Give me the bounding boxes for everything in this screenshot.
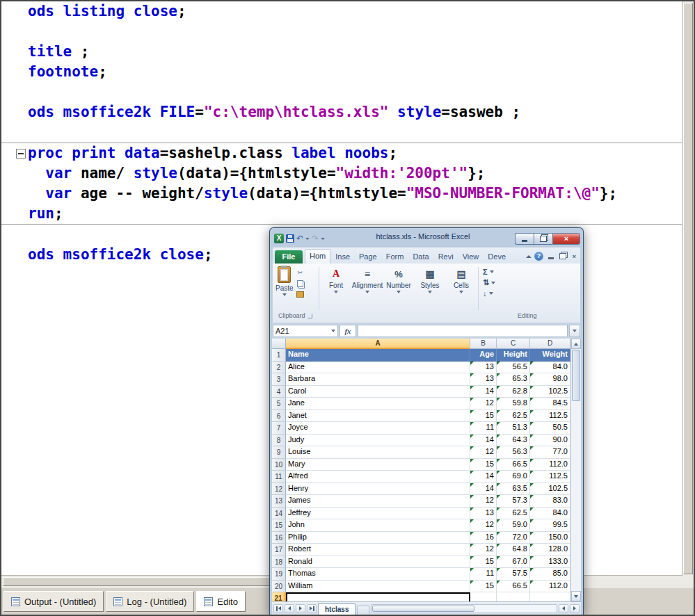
cell[interactable]: 11 (470, 422, 497, 435)
name-box[interactable]: A21 (273, 325, 338, 337)
cell[interactable]: Mary (286, 459, 470, 471)
cell[interactable]: 99.5 (530, 519, 570, 532)
cell[interactable]: 12 (470, 495, 497, 508)
cell[interactable]: 102.5 (530, 483, 570, 496)
row-number[interactable]: 1 (272, 349, 286, 362)
sort-filter-button[interactable]: ⇅ (483, 278, 495, 287)
cell[interactable]: Philip (286, 532, 470, 544)
cell[interactable]: Louise (286, 446, 470, 459)
cell[interactable]: 15 (470, 459, 497, 471)
cell[interactable]: 84.5 (530, 398, 570, 410)
scrollbar-thumb[interactable] (683, 3, 693, 574)
cell[interactable]: Janet (286, 410, 470, 423)
cell[interactable]: 13 (470, 373, 497, 386)
ribbon-tab-inse[interactable]: Inse (331, 250, 354, 264)
workbook-restore-icon[interactable] (558, 252, 567, 261)
cell[interactable] (286, 592, 470, 601)
cell[interactable]: Barbara (286, 373, 470, 386)
cell[interactable]: 150.0 (530, 532, 570, 544)
workbook-close-icon[interactable]: × (570, 252, 579, 261)
cell[interactable]: James (286, 495, 470, 508)
expand-formula-bar-icon[interactable] (569, 325, 580, 337)
cell[interactable]: 69.0 (497, 471, 530, 483)
first-sheet-button[interactable] (273, 604, 283, 613)
sheet-horizontal-scrollbar[interactable] (371, 604, 557, 613)
format-painter-button[interactable] (295, 290, 306, 299)
cell[interactable]: 112.5 (530, 410, 570, 423)
dialog-launcher-icon[interactable] (307, 314, 312, 318)
cell[interactable]: 62.5 (497, 508, 530, 520)
restore-button[interactable] (534, 233, 552, 245)
undo-dropdown-icon[interactable] (305, 238, 310, 240)
cell[interactable]: 12 (470, 446, 497, 459)
cell[interactable]: 57.5 (497, 568, 530, 581)
save-icon[interactable] (286, 234, 294, 243)
cell[interactable]: 66.5 (497, 581, 530, 593)
copy-button[interactable] (295, 279, 306, 288)
cell[interactable]: 59.8 (497, 398, 530, 410)
ribbon-tab-data[interactable]: Data (408, 250, 433, 264)
scroll-left-button[interactable] (559, 604, 568, 613)
row-number[interactable]: 5 (272, 398, 286, 410)
scroll-down-button[interactable] (571, 591, 581, 601)
bottom-window-tab-1[interactable]: Log - (Untitled) (106, 591, 194, 612)
cell[interactable]: Height (497, 349, 530, 362)
column-header-c[interactable]: C (497, 339, 530, 349)
undo-icon[interactable]: ↶ (296, 234, 303, 243)
formula-input[interactable] (358, 325, 568, 337)
cell[interactable]: Name (286, 349, 470, 362)
bottom-window-tab-0[interactable]: Output - (Untitled) (3, 591, 104, 612)
cell[interactable]: 15 (470, 556, 497, 569)
cell[interactable]: 14 (470, 386, 497, 398)
row-number[interactable]: 2 (272, 362, 286, 374)
find-select-button[interactable]: ↓ (483, 289, 495, 298)
cell[interactable] (530, 592, 570, 601)
ribbon-tab-page[interactable]: Page (355, 250, 381, 264)
cell[interactable]: 77.0 (530, 446, 570, 459)
cell[interactable]: Judy (286, 435, 470, 447)
row-number[interactable]: 18 (272, 556, 286, 569)
cell[interactable]: Carol (286, 386, 470, 398)
autosum-button[interactable]: Σ (483, 268, 495, 276)
cell[interactable]: Weight (530, 349, 570, 362)
row-number[interactable]: 16 (272, 532, 286, 544)
scrollbar-thumb[interactable] (572, 350, 580, 401)
sheet-vertical-scrollbar[interactable] (570, 339, 581, 601)
cell[interactable]: 64.3 (497, 435, 530, 447)
ribbon-tab-deve[interactable]: Deve (484, 250, 510, 264)
bottom-window-tab-2[interactable]: Edito (196, 591, 246, 612)
row-number[interactable]: 20 (272, 581, 286, 593)
cell[interactable]: Robert (286, 544, 470, 556)
cell[interactable]: 11 (470, 568, 497, 581)
cell[interactable]: 15 (470, 410, 497, 423)
cell[interactable]: Alice (286, 362, 470, 374)
cell[interactable]: 16 (470, 532, 497, 544)
row-number[interactable]: 6 (272, 410, 286, 423)
sheet-tab-htclass[interactable]: htclass (318, 603, 356, 615)
row-number[interactable]: 19 (272, 568, 286, 581)
workbook-minimize-icon[interactable] (546, 252, 555, 261)
minimize-button[interactable] (515, 233, 534, 245)
row-number[interactable]: 8 (272, 435, 286, 447)
cell[interactable]: 102.5 (530, 386, 570, 398)
row-number[interactable]: 9 (272, 446, 286, 459)
cell[interactable]: 84.0 (530, 362, 570, 374)
cell[interactable]: 57.3 (497, 495, 530, 508)
paste-button[interactable]: Paste (275, 266, 294, 311)
cell[interactable]: Thomas (286, 568, 470, 581)
cell[interactable]: 13 (470, 362, 497, 374)
cell[interactable]: 15 (470, 581, 497, 593)
row-number[interactable]: 14 (272, 508, 286, 520)
prev-sheet-button[interactable] (285, 604, 294, 613)
cell[interactable]: 112.0 (530, 581, 570, 593)
cell[interactable]: John (286, 519, 470, 532)
row-number[interactable]: 7 (272, 422, 286, 435)
row-number[interactable]: 21 (272, 592, 286, 601)
number-group-button[interactable]: %Number (383, 266, 414, 311)
redo-icon[interactable]: ↷ (312, 234, 319, 243)
insert-worksheet-icon[interactable] (357, 606, 369, 615)
cell[interactable]: 85.0 (530, 568, 570, 581)
minimize-ribbon-icon[interactable] (526, 255, 532, 258)
cell[interactable]: 84.0 (530, 508, 570, 520)
row-number[interactable]: 17 (272, 544, 286, 556)
